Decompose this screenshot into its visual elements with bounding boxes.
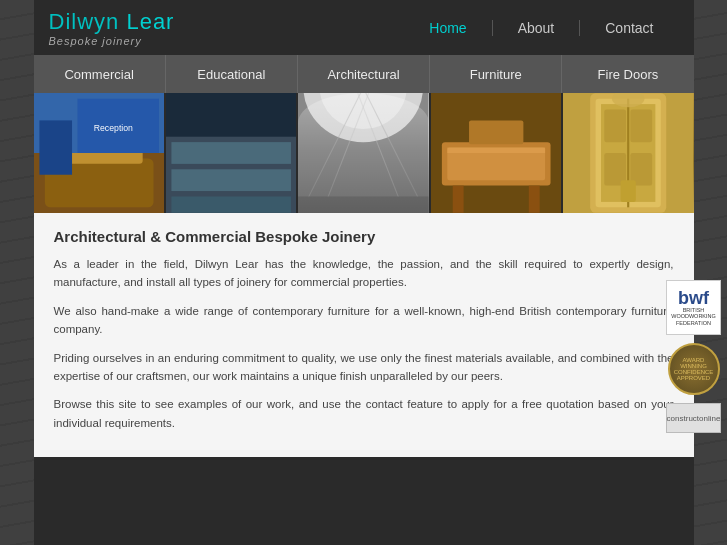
svg-rect-13 (171, 196, 291, 212)
svg-rect-5 (39, 120, 72, 174)
svg-line-19 (364, 93, 429, 213)
construct-label: constructonline (667, 414, 721, 423)
content-para-3: Priding ourselves in an enduring commitm… (54, 349, 674, 386)
svg-rect-7 (77, 99, 159, 153)
gallery-image-5[interactable] (563, 93, 693, 213)
svg-rect-1 (34, 153, 164, 213)
subnav-educational[interactable]: Educational (166, 55, 298, 93)
svg-line-18 (298, 93, 363, 213)
svg-rect-32 (596, 99, 661, 208)
svg-rect-10 (166, 131, 296, 213)
logo-area: Dilwyn Lear Bespoke joinery (49, 9, 229, 47)
svg-rect-28 (529, 186, 540, 213)
gallery-image-3[interactable] (298, 93, 430, 213)
content-para-1: As a leader in the field, Dilwyn Lear ha… (54, 255, 674, 292)
construct-logo: constructonline (666, 403, 721, 433)
gallery-image-1[interactable]: Reception (34, 93, 166, 213)
content-para-4: Browse this site to see examples of our … (54, 395, 674, 432)
bwf-letters: bwf (678, 289, 709, 307)
svg-rect-26 (447, 148, 545, 153)
gallery-image-2[interactable] (166, 93, 298, 213)
svg-rect-24 (442, 142, 551, 185)
svg-rect-22 (298, 196, 428, 213)
logo-subtitle: Bespoke joinery (49, 35, 229, 47)
content-body: As a leader in the field, Dilwyn Lear ha… (54, 255, 674, 432)
svg-rect-38 (631, 153, 653, 186)
svg-rect-30 (563, 93, 693, 213)
svg-rect-37 (604, 153, 626, 186)
logo-normal: Dilwyn (49, 9, 127, 34)
svg-text:Reception: Reception (93, 123, 132, 133)
svg-rect-39 (621, 180, 636, 202)
svg-rect-2 (44, 158, 153, 207)
svg-rect-0 (34, 93, 164, 213)
content-para-2: We also hand-make a wide range of contem… (54, 302, 674, 339)
bwf-text: BRITISH WOODWORKING FEDERATION (671, 307, 716, 327)
subnav-architectural[interactable]: Architectural (298, 55, 430, 93)
svg-rect-11 (171, 142, 291, 164)
svg-point-16 (304, 93, 424, 142)
svg-rect-36 (631, 110, 653, 143)
sub-navigation: Commercial Educational Architectural Fur… (34, 55, 694, 93)
site-container: Dilwyn Lear Bespoke joinery Home About C… (34, 0, 694, 545)
svg-rect-15 (298, 93, 428, 213)
svg-line-20 (320, 93, 369, 213)
svg-rect-12 (171, 169, 291, 191)
nav-contact[interactable]: Contact (580, 20, 678, 36)
content-title: Architectural & Commercial Bespoke Joine… (54, 228, 674, 245)
svg-rect-3 (55, 148, 142, 164)
gallery-image-4[interactable] (431, 93, 563, 213)
header: Dilwyn Lear Bespoke joinery Home About C… (34, 0, 694, 55)
sidebar-right: bwf BRITISH WOODWORKING FEDERATION AWARD… (660, 280, 727, 433)
svg-point-40 (612, 93, 645, 107)
nav-about[interactable]: About (493, 20, 581, 36)
svg-rect-29 (469, 120, 523, 144)
svg-point-17 (320, 93, 407, 129)
svg-rect-4 (34, 93, 164, 153)
logo-accent: Lear (126, 9, 174, 34)
nav-home[interactable]: Home (404, 20, 492, 36)
svg-line-21 (358, 93, 407, 213)
award-badge: AWARD WINNING CONFIDENCE APPROVED (668, 343, 720, 395)
svg-rect-33 (601, 104, 655, 202)
subnav-commercial[interactable]: Commercial (34, 55, 166, 93)
badge-text: AWARD WINNING CONFIDENCE APPROVED (674, 357, 714, 381)
page-wrapper: Dilwyn Lear Bespoke joinery Home About C… (0, 0, 727, 545)
svg-rect-6 (39, 120, 72, 174)
svg-rect-23 (431, 93, 561, 213)
svg-rect-35 (604, 110, 626, 143)
bwf-logo: bwf BRITISH WOODWORKING FEDERATION (666, 280, 721, 335)
svg-rect-25 (447, 148, 545, 181)
subnav-fire-doors[interactable]: Fire Doors (562, 55, 693, 93)
gallery-strip: Reception (34, 93, 694, 213)
svg-rect-14 (166, 93, 296, 137)
svg-rect-27 (452, 186, 463, 213)
content-area: Architectural & Commercial Bespoke Joine… (34, 213, 694, 457)
logo-title: Dilwyn Lear (49, 9, 229, 35)
subnav-furniture[interactable]: Furniture (430, 55, 562, 93)
svg-rect-31 (590, 93, 666, 213)
main-navigation: Home About Contact (229, 20, 679, 36)
svg-rect-9 (166, 93, 296, 213)
